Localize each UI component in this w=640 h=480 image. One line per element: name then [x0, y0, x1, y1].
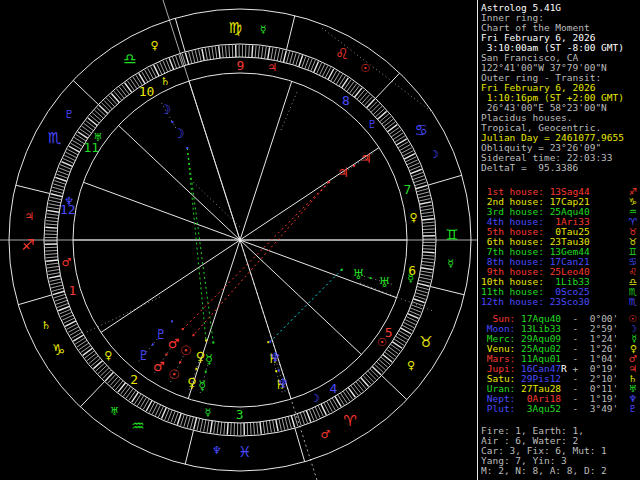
degree-tick [308, 59, 312, 70]
degree-tick [217, 422, 218, 434]
degree-tick [416, 185, 428, 188]
moon-transit-ring-icon: ☽ [173, 126, 185, 141]
degree-tick [48, 269, 60, 271]
degree-tick [46, 224, 58, 225]
degree-tick [83, 348, 93, 355]
degree-tick [268, 47, 270, 59]
degree-tick [283, 51, 286, 63]
degree-tick [258, 46, 259, 58]
mars-inner-ring-icon: ♂ [153, 359, 165, 374]
degree-tick [121, 385, 128, 394]
degree-tick [205, 48, 207, 60]
degree-tick [90, 115, 99, 123]
degree-tick [140, 397, 146, 407]
degree-tick [84, 123, 94, 130]
degree-tick [373, 106, 382, 114]
uranus-transit-ring-icon: ♅ [352, 267, 364, 282]
gemini-ruler-icon: ☿ [447, 257, 454, 270]
degree-tick [249, 45, 250, 57]
aspect-line-uranus-neptune [270, 270, 342, 342]
venus-transit-ring-icon: ♀ [196, 349, 206, 364]
degree-tick [48, 204, 60, 206]
degree-tick [296, 54, 300, 65]
degree-tick [47, 266, 59, 268]
dotted-decor-line [87, 297, 160, 332]
degree-tick [290, 52, 293, 64]
degree-tick [417, 189, 429, 192]
degree-tick [384, 119, 393, 126]
degree-tick [53, 184, 64, 187]
degree-tick [73, 335, 83, 341]
degree-tick [418, 283, 430, 286]
degree-tick [387, 349, 397, 356]
degree-tick [125, 83, 132, 93]
planet-position-value: 3Aqu52 [515, 404, 561, 414]
degree-tick [362, 94, 370, 103]
jupiter-position-dot [353, 165, 355, 167]
neptune-position-dot [278, 369, 280, 371]
virgo-sign-icon: ♍ [229, 19, 242, 37]
house-8-ruler-icon: ♇ [367, 118, 377, 131]
degree-tick [221, 422, 222, 434]
house-10-ruler-icon: ♄ [160, 75, 170, 88]
chart-info-panel: Astrolog 5.41GInner ring:Chart of the Mo… [481, 3, 639, 476]
degree-tick [421, 268, 433, 270]
degree-tick [416, 290, 428, 293]
sun-inner-ring-icon: ☉ [168, 367, 180, 382]
degree-tick [114, 91, 122, 100]
house-4-ruler-icon: ☽ [310, 392, 320, 405]
degree-tick [110, 377, 118, 386]
planet-row: Plut: 3Aqu52 - 3°49'♇ [481, 404, 639, 414]
leo-ruler-icon: ☉ [360, 62, 370, 75]
mercury-aspect-dot [212, 342, 214, 344]
degree-tick [393, 133, 403, 140]
degree-tick [365, 373, 373, 382]
degree-tick [100, 368, 109, 376]
degree-tick [195, 50, 198, 62]
degree-tick [261, 46, 262, 58]
degree-tick [82, 126, 92, 133]
pluto-icon: ♇ [628, 404, 639, 414]
sign-boundary-line [382, 375, 407, 399]
degree-tick [96, 363, 105, 371]
degree-tick [417, 192, 429, 195]
degree-tick [349, 84, 356, 94]
degree-tick [92, 113, 101, 121]
degree-tick [168, 410, 172, 421]
degree-tick [266, 421, 268, 433]
degree-tick [374, 364, 383, 372]
degree-tick [375, 109, 384, 117]
degree-tick [47, 210, 59, 212]
degree-tick [336, 74, 342, 84]
degree-tick [47, 214, 59, 216]
house-8-number: 8 [342, 93, 350, 108]
degree-tick [355, 88, 363, 97]
dotted-decor-line [281, 92, 297, 130]
degree-tick [55, 297, 66, 301]
degree-tick [389, 347, 399, 354]
degree-tick [414, 179, 425, 183]
degree-tick [52, 288, 64, 291]
degree-tick [45, 250, 57, 251]
aspect-line-moon-mercury [187, 148, 213, 343]
libra-sign-icon: ♎ [123, 50, 136, 68]
house-6-ruler-icon: ☿ [407, 272, 414, 285]
degree-tick [132, 392, 139, 402]
degree-tick [53, 291, 65, 294]
sign-boundary-line [18, 295, 52, 305]
degree-tick [212, 47, 214, 59]
degree-tick [204, 420, 206, 432]
degree-tick [334, 72, 340, 82]
degree-tick [342, 78, 349, 88]
scorpio-ruler-icon: ♇ [64, 108, 74, 121]
degree-tick [357, 90, 365, 99]
chart-header-info: Astrolog 5.41GInner ring:Chart of the Mo… [481, 3, 639, 173]
jupiter-aspect-dot [328, 181, 330, 183]
house-cusp-line [240, 81, 292, 240]
degree-tick [418, 280, 430, 283]
degree-tick [199, 49, 202, 61]
degree-tick [50, 197, 62, 200]
degree-tick [300, 413, 304, 424]
degree-tick [343, 391, 350, 401]
saturn-position-dot [275, 370, 277, 372]
